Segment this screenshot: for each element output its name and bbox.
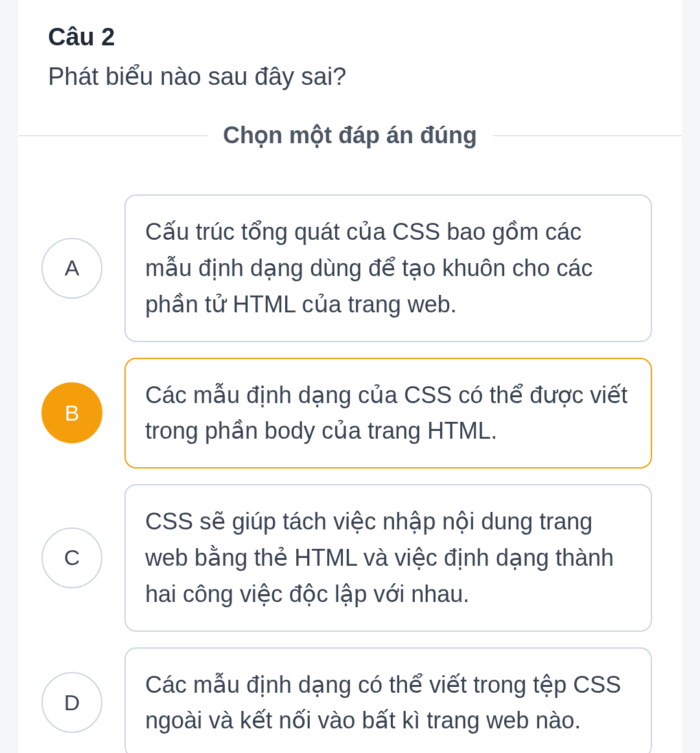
options-list: A Cấu trúc tổng quát của CSS bao gồm các…: [18, 149, 682, 753]
option-d[interactable]: D Các mẫu định dạng có thể viết trong tệ…: [41, 647, 652, 753]
question-card: Câu 2 Phát biểu nào sau đây sai? Chọn mộ…: [18, 0, 682, 753]
option-c[interactable]: C CSS sẽ giúp tách việc nhập nội dung tr…: [41, 484, 652, 631]
option-a[interactable]: A Cấu trúc tổng quát của CSS bao gồm các…: [41, 194, 652, 342]
option-b-text[interactable]: Các mẫu định dạng của CSS có thể được vi…: [124, 358, 652, 469]
divider-line-right: [493, 135, 682, 136]
option-c-text[interactable]: CSS sẽ giúp tách việc nhập nội dung tran…: [124, 484, 652, 631]
divider-line-left: [18, 135, 207, 136]
question-text: Phát biểu nào sau đây sai?: [48, 60, 652, 93]
instruction-divider: Chọn một đáp án đúng: [18, 122, 682, 149]
option-a-letter[interactable]: A: [41, 238, 102, 299]
instruction-text: Chọn một đáp án đúng: [223, 122, 477, 149]
question-header: Câu 2 Phát biểu nào sau đây sai?: [18, 0, 682, 122]
option-b-letter[interactable]: B: [41, 382, 102, 443]
question-number: Câu 2: [48, 23, 652, 51]
option-d-letter[interactable]: D: [41, 672, 102, 733]
option-b[interactable]: B Các mẫu định dạng của CSS có thể được …: [41, 358, 652, 469]
option-d-text[interactable]: Các mẫu định dạng có thể viết trong tệp …: [124, 647, 652, 753]
option-a-text[interactable]: Cấu trúc tổng quát của CSS bao gồm các m…: [124, 194, 652, 342]
option-c-letter[interactable]: C: [41, 527, 102, 588]
